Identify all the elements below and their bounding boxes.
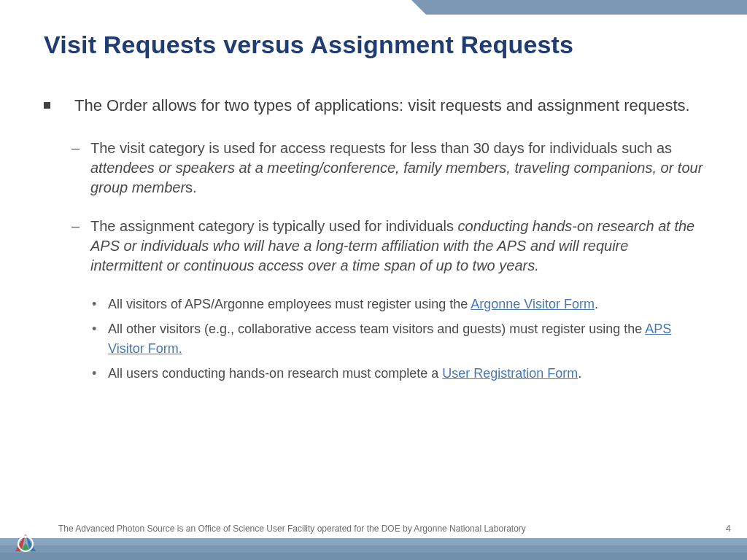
bullet-visit: The visit category is used for access re… [71,139,704,198]
bullet-lvl1: The Order allows for two types of applic… [44,95,704,117]
link-argonne-visitor-form[interactable]: Argonne Visitor Form [471,297,595,311]
text: The assignment category is typically use… [90,218,458,234]
argonne-logo-icon [13,532,38,554]
text: All visitors of APS/Argonne employees mu… [108,297,471,311]
stripe [0,553,747,560]
sub-bullet-argonne-form: All visitors of APS/Argonne employees mu… [92,295,704,315]
slide-title: Visit Requests versus Assignment Request… [44,31,573,59]
text: The visit category is used for access re… [90,140,672,156]
slide: Visit Requests versus Assignment Request… [0,0,747,560]
text-italic: attendees or speakers at a meeting/confe… [90,160,703,195]
header-accent [426,0,747,15]
stripe [0,545,747,553]
stripe [0,538,747,545]
slide-body: The Order allows for two types of applic… [44,95,704,389]
text: All other visitors (e.g., collaborative … [108,322,645,336]
footer-stripes [0,519,747,560]
text: . [578,366,581,381]
text: s. [185,179,197,195]
text: All users conducting hands-on research m… [108,366,442,381]
sub-bullet-user-reg: All users conducting hands-on research m… [92,364,704,384]
text: . [595,297,598,311]
link-user-registration-form[interactable]: User Registration Form [442,366,578,381]
bullet-assignment: The assignment category is typically use… [71,217,704,276]
sub-bullet-aps-form: All other visitors (e.g., collaborative … [92,319,704,360]
